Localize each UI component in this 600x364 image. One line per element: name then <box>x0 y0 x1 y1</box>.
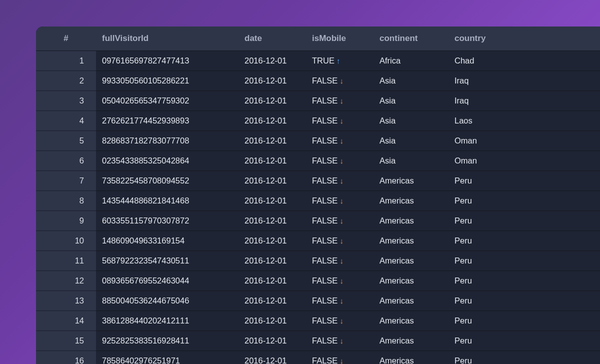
cell-date: 2016-12-01 <box>238 111 306 131</box>
cell-index: 16 <box>36 351 96 364</box>
cell-country: Oman <box>448 131 600 151</box>
table-row[interactable]: 602354338853250428642016-12-01FALSE↓Asia… <box>36 151 600 171</box>
table-row[interactable]: 299330505601052862212016-12-01FALSE↓Asia… <box>36 71 600 91</box>
ismobile-value: FALSE <box>312 316 338 325</box>
ismobile-value: FALSE <box>312 116 338 125</box>
cell-country: Peru <box>448 271 600 291</box>
cell-fullvisitorid: 5687922323547430511 <box>96 251 238 271</box>
ismobile-value: FALSE <box>312 216 338 225</box>
col-header-fullvisitorid[interactable]: fullVisitorId <box>96 26 238 51</box>
ismobile-value: TRUE <box>312 56 334 65</box>
table-row[interactable]: 582868371827830777082016-12-01FALSE↓Asia… <box>36 131 600 151</box>
cell-continent: Americas <box>374 291 448 311</box>
table-row[interactable]: 305040265653477593022016-12-01FALSE↓Asia… <box>36 91 600 111</box>
cell-country: Peru <box>448 251 600 271</box>
cell-fullvisitorid: 78586402976251971 <box>96 351 238 364</box>
cell-country: Peru <box>448 331 600 351</box>
cell-continent: Americas <box>374 271 448 291</box>
table-row[interactable]: 1388500405362446750462016-12-01FALSE↓Ame… <box>36 291 600 311</box>
arrow-down-icon: ↓ <box>340 76 344 85</box>
cell-fullvisitorid: 9933050560105286221 <box>96 71 238 91</box>
cell-index: 2 <box>36 71 96 91</box>
cell-country: Peru <box>448 191 600 211</box>
arrow-down-icon: ↓ <box>340 336 344 345</box>
table-row[interactable]: 1156879223235474305112016-12-01FALSE↓Ame… <box>36 251 600 271</box>
cell-continent: Americas <box>374 311 448 331</box>
cell-index: 15 <box>36 331 96 351</box>
cell-country: Iraq <box>448 71 600 91</box>
ismobile-value: FALSE <box>312 196 338 205</box>
cell-fullvisitorid: 9252825383516928411 <box>96 331 238 351</box>
cell-ismobile: FALSE↓ <box>306 191 374 211</box>
cell-date: 2016-12-01 <box>238 231 306 251</box>
cell-date: 2016-12-01 <box>238 51 306 71</box>
col-header-index[interactable]: # <box>36 26 96 51</box>
cell-index: 13 <box>36 291 96 311</box>
cell-country: Laos <box>448 111 600 131</box>
cell-country: Iraq <box>448 91 600 111</box>
cell-fullvisitorid: 0893656769552463044 <box>96 271 238 291</box>
cell-date: 2016-12-01 <box>238 131 306 151</box>
table-row[interactable]: 16785864029762519712016-12-01FALSE↓Ameri… <box>36 351 600 364</box>
cell-continent: Americas <box>374 211 448 231</box>
ismobile-value: FALSE <box>312 96 338 105</box>
table-row[interactable]: 814354448868218414682016-12-01FALSE↓Amer… <box>36 191 600 211</box>
ismobile-value: FALSE <box>312 156 338 165</box>
data-table-panel: # fullVisitorId date isMobile continent … <box>36 26 600 364</box>
arrow-down-icon: ↓ <box>340 316 344 325</box>
cell-country: Peru <box>448 231 600 251</box>
ismobile-value: FALSE <box>312 256 338 265</box>
cell-ismobile: FALSE↓ <box>306 251 374 271</box>
arrow-down-icon: ↓ <box>340 216 344 225</box>
cell-date: 2016-12-01 <box>238 351 306 364</box>
cell-fullvisitorid: 0976165697827477413 <box>96 51 238 71</box>
table-row[interactable]: 1438612884402024121112016-12-01FALSE↓Ame… <box>36 311 600 331</box>
arrow-down-icon: ↓ <box>340 276 344 285</box>
col-header-country[interactable]: country <box>448 26 600 51</box>
table-row[interactable]: 427626217744529398932016-12-01FALSE↓Asia… <box>36 111 600 131</box>
cell-date: 2016-12-01 <box>238 251 306 271</box>
cell-index: 10 <box>36 231 96 251</box>
cell-date: 2016-12-01 <box>238 291 306 311</box>
arrow-down-icon: ↓ <box>340 176 344 185</box>
table-row[interactable]: 1592528253835169284112016-12-01FALSE↓Ame… <box>36 331 600 351</box>
col-header-continent[interactable]: continent <box>374 26 448 51</box>
cell-ismobile: FALSE↓ <box>306 71 374 91</box>
arrow-down-icon: ↓ <box>340 196 344 205</box>
cell-fullvisitorid: 7358225458708094552 <box>96 171 238 191</box>
cell-ismobile: FALSE↓ <box>306 291 374 311</box>
cell-country: Peru <box>448 171 600 191</box>
arrow-down-icon: ↓ <box>340 256 344 265</box>
table-row[interactable]: 1208936567695524630442016-12-01FALSE↓Ame… <box>36 271 600 291</box>
cell-country: Peru <box>448 211 600 231</box>
cell-fullvisitorid: 0235433885325042864 <box>96 151 238 171</box>
cell-index: 5 <box>36 131 96 151</box>
table-row[interactable]: 773582254587080945522016-12-01FALSE↓Amer… <box>36 171 600 191</box>
cell-continent: Asia <box>374 151 448 171</box>
ismobile-value: FALSE <box>312 356 338 364</box>
cell-continent: Americas <box>374 351 448 364</box>
cell-continent: Americas <box>374 251 448 271</box>
cell-ismobile: FALSE↓ <box>306 151 374 171</box>
cell-continent: Americas <box>374 231 448 251</box>
cell-fullvisitorid: 148609049633169154 <box>96 231 238 251</box>
ismobile-value: FALSE <box>312 236 338 245</box>
cell-ismobile: TRUE↑ <box>306 51 374 71</box>
table-row[interactable]: 960335511579703078722016-12-01FALSE↓Amer… <box>36 211 600 231</box>
col-header-date[interactable]: date <box>238 26 306 51</box>
cell-date: 2016-12-01 <box>238 171 306 191</box>
cell-ismobile: FALSE↓ <box>306 91 374 111</box>
cell-index: 11 <box>36 251 96 271</box>
table-row[interactable]: 109761656978274774132016-12-01TRUE↑Afric… <box>36 51 600 71</box>
cell-ismobile: FALSE↓ <box>306 311 374 331</box>
cell-continent: Asia <box>374 71 448 91</box>
cell-ismobile: FALSE↓ <box>306 231 374 251</box>
cell-index: 1 <box>36 51 96 71</box>
cell-fullvisitorid: 8286837182783077708 <box>96 131 238 151</box>
ismobile-value: FALSE <box>312 176 338 185</box>
table-row[interactable]: 101486090496331691542016-12-01FALSE↓Amer… <box>36 231 600 251</box>
data-table: # fullVisitorId date isMobile continent … <box>36 26 600 364</box>
col-header-ismobile[interactable]: isMobile <box>306 26 374 51</box>
cell-ismobile: FALSE↓ <box>306 271 374 291</box>
cell-ismobile: FALSE↓ <box>306 131 374 151</box>
